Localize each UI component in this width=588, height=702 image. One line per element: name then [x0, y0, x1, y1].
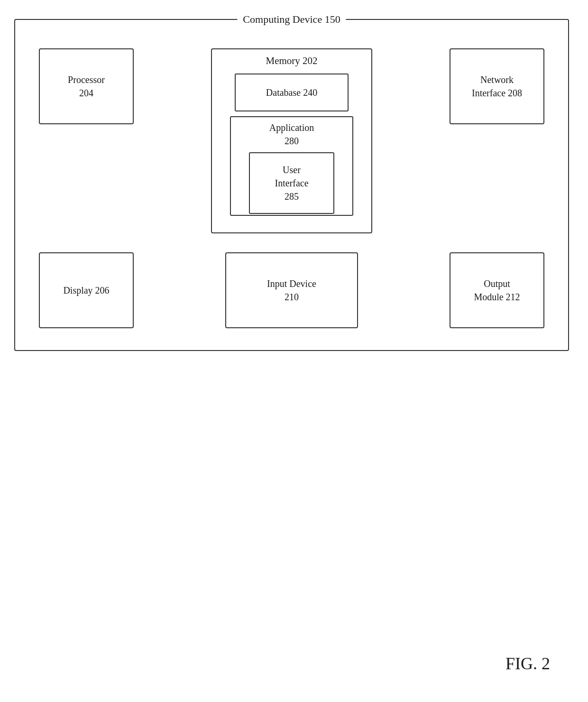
display-box: Display 206: [39, 252, 134, 328]
computing-device-box: Computing Device 150 Processor204 Memory…: [14, 19, 569, 351]
user-interface-box: UserInterface285: [249, 152, 334, 214]
processor-label: Processor204: [68, 73, 105, 100]
bottom-row: Display 206 Input Device210 OutputModule…: [15, 252, 568, 328]
display-label: Display 206: [63, 284, 109, 297]
input-device-box: Input Device210: [225, 252, 358, 328]
memory-box: Memory 202 Database 240 Application280 U…: [211, 48, 372, 233]
network-interface-label: NetworkInterface 208: [472, 73, 522, 100]
memory-title: Memory 202: [266, 54, 317, 68]
user-interface-label: UserInterface285: [275, 163, 308, 203]
page: Computing Device 150 Processor204 Memory…: [0, 0, 588, 702]
application-title: Application280: [269, 121, 314, 148]
input-device-label: Input Device210: [267, 277, 316, 304]
processor-box: Processor204: [39, 48, 134, 124]
database-label: Database 240: [266, 86, 317, 99]
network-interface-box: NetworkInterface 208: [450, 48, 544, 124]
output-module-label: OutputModule 212: [474, 277, 520, 304]
output-module-box: OutputModule 212: [450, 252, 544, 328]
application-box: Application280 UserInterface285: [230, 116, 353, 216]
top-row: Processor204 Memory 202 Database 240 App…: [15, 48, 568, 233]
database-box: Database 240: [235, 74, 349, 111]
computing-device-title: Computing Device 150: [237, 13, 346, 26]
fig-label: FIG. 2: [505, 654, 550, 674]
